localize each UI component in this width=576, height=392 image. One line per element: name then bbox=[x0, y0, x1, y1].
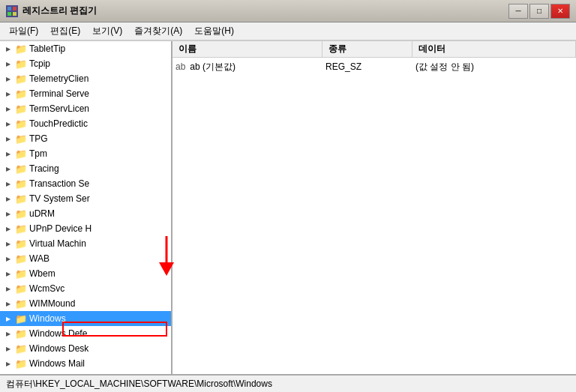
expand-arrow: ▶ bbox=[6, 286, 14, 292]
expand-arrow: ▶ bbox=[6, 331, 14, 337]
folder-icon: 📁 bbox=[15, 148, 27, 159]
expand-arrow: ▶ bbox=[6, 151, 14, 157]
tree-item-udrm[interactable]: ▶ 📁 uDRM bbox=[0, 206, 171, 221]
expand-arrow: ▶ bbox=[6, 226, 14, 232]
reg-value-icon: ab bbox=[176, 61, 185, 72]
right-panel: 이름 종류 데이터 ab ab (기본값) REG_SZ (값 설정 안 됨) bbox=[172, 41, 576, 374]
tree-item-wab[interactable]: ▶ 📁 WAB bbox=[0, 251, 171, 266]
cell-name: ab ab (기본값) bbox=[176, 61, 326, 73]
expand-arrow: ▶ bbox=[6, 241, 14, 247]
tree-item-telemetry[interactable]: ▶ 📁 TelemetryClien bbox=[0, 71, 171, 86]
tree-item-label: TelemetryClien bbox=[29, 73, 88, 84]
menu-file[interactable]: 파일(F) bbox=[3, 23, 44, 39]
tree-item-touchpredictic[interactable]: ▶ 📁 TouchPredictic bbox=[0, 116, 171, 131]
registry-content: ab ab (기본값) REG_SZ (값 설정 안 됨) bbox=[172, 58, 576, 374]
tree-item-label: UPnP Device H bbox=[29, 223, 92, 234]
folder-icon: 📁 bbox=[15, 328, 27, 339]
tree-item-label: Wbem bbox=[29, 268, 56, 279]
folder-icon: 📁 bbox=[15, 298, 27, 309]
menu-bar: 파일(F) 편집(E) 보기(V) 즐겨찾기(A) 도움말(H) bbox=[0, 22, 576, 40]
tree-item-windowsmail[interactable]: ▶ 📁 Windows Mail bbox=[0, 356, 171, 371]
menu-favorites[interactable]: 즐겨찾기(A) bbox=[128, 23, 188, 39]
expand-arrow: ▶ bbox=[6, 256, 14, 262]
tree-item-label: WAB bbox=[29, 253, 50, 264]
tree-item-windowsdesk[interactable]: ▶ 📁 Windows Desk bbox=[0, 341, 171, 356]
close-button[interactable]: ✕ bbox=[550, 4, 570, 19]
tree-item-label: Tcpip bbox=[29, 58, 50, 69]
tree-item-tracing[interactable]: ▶ 📁 Tracing bbox=[0, 161, 171, 176]
tree-item-windowsmed[interactable]: ▶ 📁 Windows Med bbox=[0, 371, 171, 374]
expand-arrow: ▶ bbox=[6, 91, 14, 97]
tree-item-virtualmachine[interactable]: ▶ 📁 Virtual Machin bbox=[0, 236, 171, 251]
folder-icon: 📁 bbox=[15, 58, 27, 69]
restore-button[interactable]: □ bbox=[530, 4, 549, 19]
table-row[interactable]: ab ab (기본값) REG_SZ (값 설정 안 됨) bbox=[172, 59, 576, 74]
title-bar: 레지스트리 편집기 ─ □ ✕ bbox=[0, 0, 576, 22]
tree-item-wcmsvc[interactable]: ▶ 📁 WcmSvc bbox=[0, 281, 171, 296]
tree-item-label: Windows Mail bbox=[29, 358, 85, 369]
tree-item-tablettip[interactable]: ▶ 📁 TabletTip bbox=[0, 41, 171, 56]
tree-item-label: TouchPredictic bbox=[29, 118, 88, 129]
expand-arrow: ▶ bbox=[6, 121, 14, 127]
folder-icon: 📁 bbox=[15, 268, 27, 279]
tree-scroll[interactable]: ▶ 📁 TabletTip ▶ 📁 Tcpip ▶ 📁 TelemetryCli… bbox=[0, 41, 171, 374]
folder-icon: 📁 bbox=[15, 43, 27, 54]
menu-help[interactable]: 도움말(H) bbox=[188, 23, 240, 39]
tree-item-label: Virtual Machin bbox=[29, 238, 86, 249]
window-container: 레지스트리 편집기 ─ □ ✕ 파일(F) 편집(E) 보기(V) 즐겨찾기(A… bbox=[0, 0, 576, 392]
expand-arrow: ▶ bbox=[6, 166, 14, 172]
tree-item-label: Windows Defe bbox=[29, 328, 87, 339]
tree-item-upnp[interactable]: ▶ 📁 UPnP Device H bbox=[0, 221, 171, 236]
tree-item-wimmount[interactable]: ▶ 📁 WIMMound bbox=[0, 296, 171, 311]
folder-icon: 📁 bbox=[15, 163, 27, 174]
svg-rect-2 bbox=[8, 12, 11, 16]
cell-type: REG_SZ bbox=[326, 61, 416, 72]
tree-panel: ▶ 📁 TabletTip ▶ 📁 Tcpip ▶ 📁 TelemetryCli… bbox=[0, 41, 172, 374]
column-headers: 이름 종류 데이터 bbox=[172, 41, 576, 58]
tree-item-termservlicer[interactable]: ▶ 📁 TermServLicen bbox=[0, 101, 171, 116]
tree-item-tpm[interactable]: ▶ 📁 Tpm bbox=[0, 146, 171, 161]
folder-icon: 📁 bbox=[15, 343, 27, 354]
app-icon bbox=[6, 5, 18, 17]
tree-item-label: Terminal Serve bbox=[29, 88, 89, 99]
folder-icon: 📁 bbox=[15, 118, 27, 129]
expand-arrow: ▶ bbox=[6, 346, 14, 352]
minimize-button[interactable]: ─ bbox=[508, 4, 528, 19]
tree-item-label: Windows bbox=[29, 313, 66, 324]
folder-icon: 📁 bbox=[15, 193, 27, 204]
expand-arrow: ▶ bbox=[6, 136, 14, 142]
folder-icon: 📁 bbox=[15, 358, 27, 369]
tree-item-label: uDRM bbox=[29, 208, 55, 219]
tree-item-windowsdefender[interactable]: ▶ 📁 Windows Defe bbox=[0, 326, 171, 341]
tree-item-terminalserve[interactable]: ▶ 📁 Terminal Serve bbox=[0, 86, 171, 101]
tree-item-tpg[interactable]: ▶ 📁 TPG bbox=[0, 131, 171, 146]
folder-icon: 📁 bbox=[15, 88, 27, 99]
status-path: 컴퓨터\HKEY_LOCAL_MACHINE\SOFTWARE\Microsof… bbox=[6, 378, 272, 391]
tree-item-wbem[interactable]: ▶ 📁 Wbem bbox=[0, 266, 171, 281]
menu-edit[interactable]: 편집(E) bbox=[44, 23, 86, 39]
expand-arrow: ▶ bbox=[6, 61, 14, 67]
window-controls: ─ □ ✕ bbox=[508, 4, 570, 19]
folder-icon: 📁 bbox=[15, 223, 27, 234]
tree-item-windows[interactable]: ▶ 📁 Windows bbox=[0, 311, 171, 326]
tree-item-label: TV System Ser bbox=[29, 193, 90, 204]
tree-item-label: TabletTip bbox=[29, 43, 65, 54]
col-header-type: 종류 bbox=[322, 41, 412, 57]
folder-icon: 📁 bbox=[15, 208, 27, 219]
tree-item-tvsystem[interactable]: ▶ 📁 TV System Ser bbox=[0, 191, 171, 206]
folder-icon: 📁 bbox=[15, 103, 27, 114]
expand-arrow: ▶ bbox=[6, 316, 14, 322]
expand-arrow: ▶ bbox=[6, 106, 14, 112]
tree-item-label: TermServLicen bbox=[29, 103, 89, 114]
tree-item-transactionse[interactable]: ▶ 📁 Transaction Se bbox=[0, 176, 171, 191]
folder-icon: 📁 bbox=[15, 73, 27, 84]
title-bar-left: 레지스트리 편집기 bbox=[6, 4, 97, 17]
status-bar: 컴퓨터\HKEY_LOCAL_MACHINE\SOFTWARE\Microsof… bbox=[0, 374, 576, 392]
tree-item-tcpip[interactable]: ▶ 📁 Tcpip bbox=[0, 56, 171, 71]
main-area: ▶ 📁 TabletTip ▶ 📁 Tcpip ▶ 📁 TelemetryCli… bbox=[0, 40, 576, 374]
col-header-name: 이름 bbox=[172, 41, 322, 57]
menu-view[interactable]: 보기(V) bbox=[86, 23, 128, 39]
expand-arrow: ▶ bbox=[6, 211, 14, 217]
tree-item-label: Tpm bbox=[29, 148, 47, 159]
expand-arrow: ▶ bbox=[6, 361, 14, 367]
